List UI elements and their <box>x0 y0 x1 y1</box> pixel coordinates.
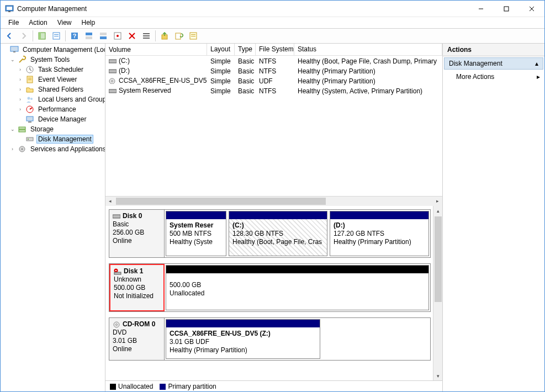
tree-services-apps[interactable]: › Services and Applications <box>9 144 105 154</box>
drive-icon <box>113 213 120 220</box>
collapse-icon[interactable]: ⌄ <box>9 57 15 63</box>
scroll-left-icon[interactable]: ◂ <box>105 197 115 206</box>
vscrollbar[interactable]: ▴ ▾ <box>433 206 442 380</box>
view-top-button[interactable] <box>82 30 96 42</box>
scroll-thumb[interactable] <box>116 198 326 205</box>
menu-view[interactable]: View <box>53 18 76 28</box>
part-size: 3.01 GB UDF <box>170 338 316 346</box>
view-bottom-button[interactable] <box>97 30 110 42</box>
tree-disk-management[interactable]: Disk Management <box>17 134 105 144</box>
part-name: (C:) <box>232 221 324 230</box>
tree-root[interactable]: Computer Management (Local <box>2 45 105 55</box>
refresh-records-button[interactable] <box>172 30 186 42</box>
partition-system-reserved[interactable]: System Reser500 MB NTFSHealthy (Syste <box>166 211 226 256</box>
tree-pane: Computer Management (Local ⌄ System Tool… <box>1 44 105 391</box>
event-icon <box>25 75 34 84</box>
hscrollbar[interactable]: ◂ ▸ <box>105 196 442 205</box>
collapse-icon[interactable]: ▴ <box>535 60 538 67</box>
col-type[interactable]: Type <box>235 44 256 55</box>
tree-performance[interactable]: ›Performance <box>17 104 105 114</box>
partition-c[interactable]: (C:)128.30 GB NTFSHealthy (Boot, Page Fi… <box>229 211 327 256</box>
vol-name: CCSA_X86FRE_EN-US_DV5 (Z:) <box>119 77 207 84</box>
volume-header: Volume Layout Type File System Status <box>105 44 442 56</box>
vol-fs: NTFS <box>256 86 294 96</box>
help-button[interactable]: ? <box>68 30 81 42</box>
expand-icon[interactable]: › <box>17 77 23 83</box>
swatch-navy-icon <box>160 384 166 390</box>
tree-local-users[interactable]: ›Local Users and Groups <box>17 94 105 104</box>
expand-icon[interactable]: › <box>17 67 23 73</box>
performance-icon <box>25 105 34 114</box>
tree-event-viewer[interactable]: ›Event Viewer <box>17 75 105 84</box>
col-status[interactable]: Status <box>294 44 442 55</box>
disk-title: Disk 0 <box>123 212 142 220</box>
svg-point-36 <box>28 97 30 100</box>
svg-rect-56 <box>114 272 121 274</box>
disk-1[interactable]: Disk 1 Unknown 500.00 GB Not Initialized… <box>109 263 431 312</box>
actions-more[interactable]: More Actions ▸ <box>443 70 544 84</box>
legend-primary: Primary partition <box>160 383 216 390</box>
action-button[interactable] <box>187 30 200 42</box>
tree-device-manager[interactable]: Device Manager <box>17 114 105 124</box>
settings-button[interactable] <box>111 30 124 42</box>
svg-rect-22 <box>143 33 150 34</box>
tree-label: Performance <box>36 105 78 114</box>
svg-rect-10 <box>54 34 59 35</box>
vol-type: Basic <box>235 86 256 96</box>
expand-icon[interactable]: › <box>9 146 15 152</box>
tree-storage[interactable]: ⌄ Storage <box>9 124 105 134</box>
volume-row[interactable]: (D:) Simple Basic NTFS Healthy (Primary … <box>105 66 442 76</box>
scroll-down-icon[interactable]: ▾ <box>433 371 442 380</box>
scroll-track[interactable] <box>433 215 442 371</box>
actions-pane: Actions Disk Management ▴ More Actions ▸ <box>443 44 544 391</box>
minimize-button[interactable] <box>468 1 494 17</box>
scroll-up-icon[interactable]: ▴ <box>433 206 442 215</box>
partition-unallocated[interactable]: 500.00 GBUnallocated <box>166 265 429 310</box>
separator <box>33 30 33 41</box>
vol-status: Healthy (Primary Partition) <box>294 76 442 86</box>
vol-name: (D:) <box>119 67 130 75</box>
svg-rect-28 <box>191 34 195 35</box>
tree-system-tools[interactable]: ⌄ System Tools <box>9 55 105 65</box>
volume-row[interactable]: System Reserved Simple Basic NTFS Health… <box>105 86 442 96</box>
svg-rect-49 <box>109 70 117 73</box>
computer-icon <box>10 45 19 54</box>
scroll-right-icon[interactable]: ▸ <box>433 197 442 206</box>
scroll-track[interactable] <box>115 197 433 206</box>
device-icon <box>25 115 34 124</box>
cdrom-0[interactable]: CD-ROM 0 DVD 3.01 GB Online CCSA_X86FRE_… <box>109 317 431 361</box>
properties-button[interactable] <box>50 30 63 42</box>
export-button[interactable] <box>158 30 171 42</box>
menu-help[interactable]: Help <box>77 18 100 28</box>
expand-icon[interactable]: › <box>17 107 23 113</box>
col-volume[interactable]: Volume <box>105 44 207 55</box>
partition-cdrom[interactable]: CCSA_X86FRE_EN-US_DV5 (Z:)3.01 GB UDFHea… <box>166 319 320 359</box>
svg-rect-41 <box>28 121 31 123</box>
delete-button[interactable] <box>125 30 139 42</box>
collapse-icon[interactable]: ⌄ <box>9 126 15 133</box>
svg-rect-17 <box>100 36 107 39</box>
expand-icon[interactable]: › <box>17 97 23 103</box>
expand-icon[interactable]: › <box>17 87 23 93</box>
show-hide-tree-button[interactable] <box>35 30 49 42</box>
tree-label: Storage <box>29 125 55 134</box>
actions-section[interactable]: Disk Management ▴ <box>444 57 543 70</box>
volume-list: Volume Layout Type File System Status (C… <box>105 44 442 206</box>
forward-button[interactable] <box>17 30 30 42</box>
scroll-thumb[interactable] <box>435 216 442 302</box>
menu-file[interactable]: File <box>4 18 23 28</box>
tree-task-scheduler[interactable]: ›Task Scheduler <box>17 65 105 75</box>
volume-row[interactable]: CCSA_X86FRE_EN-US_DV5 (Z:) Simple Basic … <box>105 76 442 86</box>
list-button[interactable] <box>140 30 153 42</box>
close-button[interactable] <box>519 1 544 17</box>
volume-row[interactable]: (C:) Simple Basic NTFS Healthy (Boot, Pa… <box>105 56 442 66</box>
menu-action[interactable]: Action <box>24 18 51 28</box>
col-layout[interactable]: Layout <box>207 44 235 55</box>
tree-label: Computer Management (Local <box>21 45 105 54</box>
back-button[interactable] <box>3 30 16 42</box>
partition-d[interactable]: (D:)127.20 GB NTFSHealthy (Primary Parti… <box>330 211 429 256</box>
tree-shared-folders[interactable]: ›Shared Folders <box>17 84 105 94</box>
maximize-button[interactable] <box>494 1 519 17</box>
disk-0[interactable]: Disk 0 Basic 256.00 GB Online System Res… <box>109 209 431 258</box>
col-fs[interactable]: File System <box>256 44 294 55</box>
